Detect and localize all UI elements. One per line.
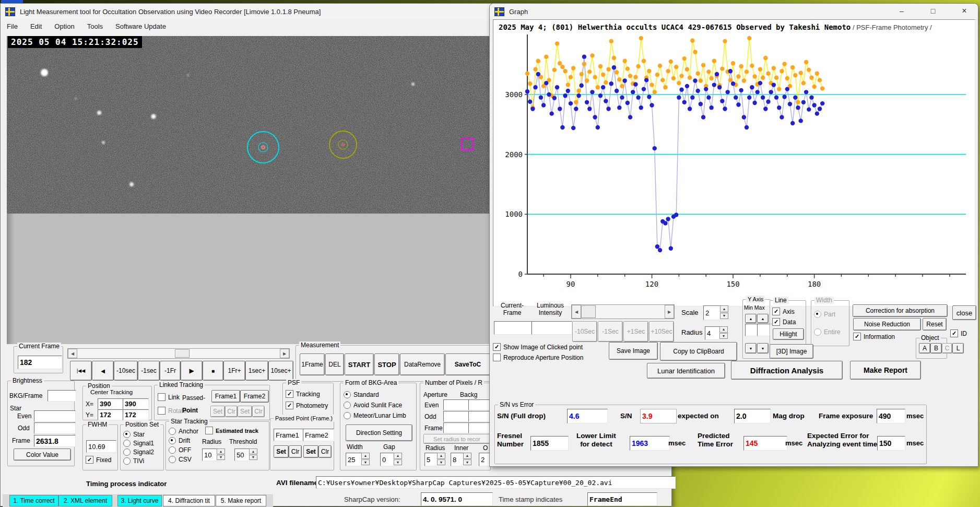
show-image-checkbox[interactable]: ✓Show Image of Clicked point xyxy=(493,343,583,351)
radio-tivi-icon[interactable] xyxy=(123,457,131,465)
radio-csv-icon[interactable] xyxy=(169,456,176,463)
scroll-left-icon[interactable]: ◀ xyxy=(68,349,77,358)
spin-up-icon[interactable]: ▲ xyxy=(361,453,370,459)
lower-limit-field[interactable]: 1963 xyxy=(630,436,670,451)
spin-up-icon[interactable]: ▲ xyxy=(463,453,471,459)
spin-down-icon[interactable]: ▼ xyxy=(394,459,402,466)
spin-down-icon[interactable]: ▼ xyxy=(437,459,445,466)
data-check-icon[interactable]: ✓ xyxy=(772,318,780,326)
scroll-left-icon[interactable]: ◀ xyxy=(572,305,581,319)
st-radius-spinner[interactable]: ▲▼ xyxy=(217,449,225,460)
entire-radio[interactable]: Entire xyxy=(814,328,840,336)
scroll-right-icon[interactable]: ▶ xyxy=(280,349,289,358)
expected-on-field[interactable]: 2.0 xyxy=(734,409,771,423)
radio-csv[interactable]: CSV xyxy=(169,456,192,463)
entire-radio-icon[interactable] xyxy=(814,328,821,336)
tab-diffraction[interactable]: 4. Diffraction tit xyxy=(163,495,215,506)
back-1frame-button[interactable]: -1Fr xyxy=(160,361,181,381)
spin-up-icon[interactable]: ▲ xyxy=(217,449,225,454)
data-remove-button[interactable]: DataRemove xyxy=(400,353,445,375)
bkg-frame-field[interactable] xyxy=(48,390,76,402)
even-field[interactable] xyxy=(34,410,76,422)
tab-light-curve[interactable]: 3. Light curve xyxy=(117,495,162,506)
spin-down-icon[interactable]: ▼ xyxy=(361,459,370,466)
sharpcap-version-field[interactable]: 4. 0. 9571. 0 xyxy=(421,492,493,506)
gc-luminous-field[interactable] xyxy=(532,321,572,335)
frame-exposure-field[interactable]: 490 xyxy=(877,409,905,423)
spin-down-icon[interactable]: ▼ xyxy=(720,313,728,320)
np-odd-field[interactable] xyxy=(443,411,470,422)
fwhm-field[interactable]: 10.69 xyxy=(86,440,116,453)
spin-up-icon[interactable]: ▲ xyxy=(720,305,728,312)
information-check-icon[interactable]: ✓ xyxy=(853,333,861,340)
chart-panel[interactable]: 2025 May 4; (801) Helwerthia occults UCA… xyxy=(493,19,975,306)
np-frame-field[interactable] xyxy=(443,422,470,433)
tab-time-correct[interactable]: 1. Time correct xyxy=(9,495,58,506)
color-value-button[interactable]: Color Value xyxy=(14,449,71,461)
fwd-1sec-graph-button[interactable]: +1Sec xyxy=(623,321,648,342)
close-icon[interactable]: × xyxy=(953,5,975,17)
object-a-button[interactable]: A xyxy=(919,343,930,353)
id-check-icon[interactable]: ✓ xyxy=(950,329,958,337)
tab-make-report[interactable]: 5. Make report xyxy=(216,495,266,506)
spin-down-icon[interactable]: ▼ xyxy=(719,333,728,339)
radio-drift-icon[interactable] xyxy=(169,437,176,444)
spin-up-icon[interactable]: ▲ xyxy=(249,449,257,454)
np-radius-spinner[interactable]: ▲▼ xyxy=(437,453,445,465)
fwd-10sec-graph-button[interactable]: +10Sec xyxy=(649,321,674,342)
pp-clr2-button[interactable]: Clr xyxy=(318,445,332,458)
graph-scrollbar[interactable]: ◀ ▶ xyxy=(571,304,675,319)
radio-meteor-icon[interactable] xyxy=(344,412,351,419)
fwd-10sec-button[interactable]: 10sec+ xyxy=(268,361,293,381)
estimated-track-checkbox[interactable]: Estimated track xyxy=(205,427,258,434)
back-1sec-graph-button[interactable]: -1Sec xyxy=(598,321,623,342)
predicted-error-field[interactable]: 145 xyxy=(743,436,787,451)
menu-option[interactable]: Option xyxy=(48,22,80,30)
lt-clr1-button[interactable]: Clr xyxy=(225,406,238,417)
x-tracking-field[interactable]: 390 xyxy=(123,398,149,409)
tab-xml-element[interactable]: 2. XML element xyxy=(58,495,112,506)
light-curve-chart[interactable]: 901201501800100020003000 xyxy=(493,20,975,306)
spin-up-icon[interactable]: ▲ xyxy=(437,453,445,459)
direction-setting-button[interactable]: Direction Setting xyxy=(346,425,412,441)
lt-set1-button[interactable]: Set xyxy=(210,406,225,417)
lt-frame1-button[interactable]: Frame1 xyxy=(211,390,240,403)
step-back-button[interactable]: ◀ xyxy=(92,361,114,381)
frame-scrollbar-thumb[interactable] xyxy=(175,349,190,358)
fresnel-field[interactable]: 1855 xyxy=(530,436,569,451)
object-l-button[interactable]: L xyxy=(952,343,964,353)
play-button[interactable]: ▶ xyxy=(181,361,203,381)
axis-check-icon[interactable]: ✓ xyxy=(772,308,780,315)
3d-image-button[interactable]: [3D] Image xyxy=(770,344,813,359)
measure-del-button[interactable]: DEL xyxy=(325,353,344,375)
spin-up-icon[interactable]: ▲ xyxy=(394,453,402,459)
skip-start-button[interactable]: |◀◀ xyxy=(70,361,92,381)
current-frame-field[interactable]: 182 xyxy=(18,356,62,369)
save-to-button[interactable]: SaveToC xyxy=(445,353,490,375)
object-c-button[interactable]: C xyxy=(942,343,952,353)
psf-photometry-checkbox[interactable]: ✓Photometry xyxy=(286,402,328,409)
measure-1frame-button[interactable]: 1Frame xyxy=(300,353,325,375)
spin-down-icon[interactable]: ▼ xyxy=(217,455,225,461)
np-even-field[interactable] xyxy=(443,399,470,410)
pp-frame1-field[interactable]: Frame1 xyxy=(274,429,304,441)
measure-start-button[interactable]: START xyxy=(345,353,374,375)
set-radius-button[interactable]: Set radius to recor xyxy=(423,434,490,444)
reproduce-checkbox[interactable]: Reproduce Aperture Position xyxy=(493,353,583,361)
y-center-field[interactable]: 172 xyxy=(98,409,124,420)
radio-signal1-icon[interactable] xyxy=(123,440,131,447)
sn-full-drop-field[interactable]: 4.6 xyxy=(567,409,608,423)
radio-signal2-icon[interactable] xyxy=(123,449,131,456)
gc-radius-spinner[interactable]: ▲▼ xyxy=(719,326,728,339)
scroll-right-icon[interactable]: ▶ xyxy=(665,305,674,319)
radio-anchor[interactable]: Anchor xyxy=(169,428,198,435)
menu-tools[interactable]: Tools xyxy=(81,22,109,30)
fwd-1frame-button[interactable]: 1Fr+ xyxy=(223,361,245,381)
link-checkbox[interactable]: Link xyxy=(158,393,180,401)
radio-anchor-icon[interactable] xyxy=(169,428,176,435)
radio-signal2[interactable]: Signal2 xyxy=(123,449,154,456)
link-check-icon[interactable] xyxy=(158,393,166,401)
lt-clr2-button[interactable]: Clr xyxy=(252,406,265,417)
radio-off-icon[interactable] xyxy=(169,446,176,454)
data-checkbox[interactable]: ✓Data xyxy=(772,318,796,326)
